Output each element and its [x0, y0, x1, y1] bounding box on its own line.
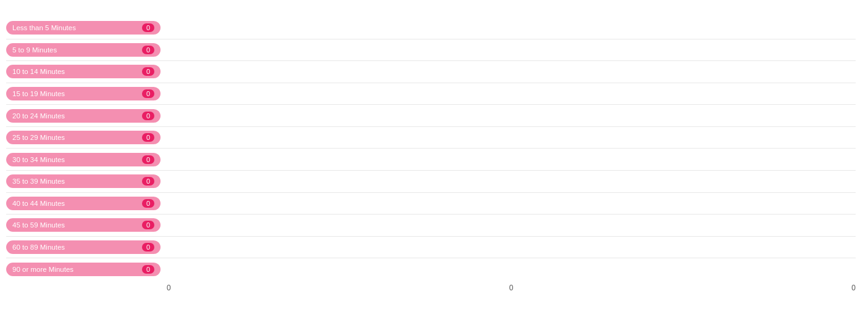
x-tick: 0	[167, 284, 396, 292]
bar-row: Less than 5 Minutes0	[6, 17, 856, 39]
bar-row: 60 to 89 Minutes0	[6, 237, 856, 259]
chart-container: Less than 5 Minutes05 to 9 Minutes010 to…	[0, 0, 868, 323]
bar-track	[167, 172, 856, 191]
bar-row: 10 to 14 Minutes0	[6, 61, 856, 83]
bar-label-container: 45 to 59 Minutes0	[6, 218, 167, 232]
bar-row: 20 to 24 Minutes0	[6, 105, 856, 127]
bar-row: 45 to 59 Minutes0	[6, 215, 856, 237]
bar-label: Less than 5 Minutes0	[6, 21, 161, 35]
bar-label-text: 35 to 39 Minutes	[12, 178, 65, 185]
bar-label: 20 to 24 Minutes0	[6, 109, 161, 123]
bar-track	[167, 106, 856, 125]
bar-row: 30 to 34 Minutes0	[6, 149, 856, 171]
bar-track	[167, 84, 856, 104]
bar-label-container: 40 to 44 Minutes0	[6, 197, 167, 210]
bar-label-value: 0	[142, 265, 154, 274]
bar-track	[167, 150, 856, 169]
bar-label: 40 to 44 Minutes0	[6, 197, 161, 210]
bar-label-container: 35 to 39 Minutes0	[6, 174, 167, 188]
bar-track	[167, 216, 856, 235]
bar-label-container: 15 to 19 Minutes0	[6, 87, 167, 100]
bar-label-value: 0	[142, 199, 154, 208]
x-tick: 0	[626, 284, 856, 292]
bar-label-container: 10 to 14 Minutes0	[6, 65, 167, 78]
bar-track	[167, 18, 856, 38]
chart-area: Less than 5 Minutes05 to 9 Minutes010 to…	[6, 17, 856, 280]
x-tick: 0	[396, 284, 626, 292]
bar-label: 35 to 39 Minutes0	[6, 174, 161, 188]
bar-label-text: 5 to 9 Minutes	[12, 46, 57, 54]
bar-label-text: 30 to 34 Minutes	[12, 156, 65, 163]
bar-label-text: 90 or more Minutes	[12, 266, 73, 273]
bar-label-value: 0	[142, 67, 154, 76]
bar-row: 35 to 39 Minutes0	[6, 171, 856, 193]
bar-label-value: 0	[142, 112, 154, 120]
bar-label-container: Less than 5 Minutes0	[6, 21, 167, 35]
bar-label-container: 20 to 24 Minutes0	[6, 109, 167, 123]
bar-label-value: 0	[142, 221, 154, 229]
bar-label-value: 0	[142, 155, 154, 164]
x-axis: 000	[167, 280, 856, 292]
bar-label-text: 60 to 89 Minutes	[12, 243, 65, 251]
bar-label-container: 25 to 29 Minutes0	[6, 131, 167, 144]
bar-label-text: Less than 5 Minutes	[12, 24, 76, 31]
bar-label: 25 to 29 Minutes0	[6, 131, 161, 144]
bar-track	[167, 128, 856, 147]
bar-label-value: 0	[142, 177, 154, 186]
bar-label: 60 to 89 Minutes0	[6, 240, 161, 254]
bar-label-text: 40 to 44 Minutes	[12, 200, 65, 207]
bar-track	[167, 62, 856, 81]
bar-label-container: 60 to 89 Minutes0	[6, 240, 167, 254]
bar-label-text: 20 to 24 Minutes	[12, 112, 65, 120]
bar-label-value: 0	[142, 243, 154, 251]
bar-label-text: 10 to 14 Minutes	[12, 68, 65, 75]
bar-track	[167, 238, 856, 257]
bar-label: 90 or more Minutes0	[6, 263, 161, 276]
bar-track	[167, 194, 856, 213]
bar-row: 40 to 44 Minutes0	[6, 193, 856, 215]
bar-label-value: 0	[142, 23, 154, 32]
bar-label-text: 45 to 59 Minutes	[12, 221, 65, 229]
bar-label: 10 to 14 Minutes0	[6, 65, 161, 78]
bar-track	[167, 41, 856, 60]
bar-label-value: 0	[142, 46, 154, 54]
bar-track	[167, 260, 856, 279]
bar-label: 15 to 19 Minutes0	[6, 87, 161, 100]
bar-label-container: 30 to 34 Minutes0	[6, 153, 167, 166]
bar-row: 5 to 9 Minutes0	[6, 39, 856, 62]
bar-label-text: 15 to 19 Minutes	[12, 90, 65, 97]
bar-label-container: 90 or more Minutes0	[6, 263, 167, 276]
bar-label: 5 to 9 Minutes0	[6, 43, 161, 57]
bar-label: 45 to 59 Minutes0	[6, 218, 161, 232]
bar-label: 30 to 34 Minutes0	[6, 153, 161, 166]
bar-row: 25 to 29 Minutes0	[6, 127, 856, 149]
bar-label-container: 5 to 9 Minutes0	[6, 43, 167, 57]
bar-label-value: 0	[142, 133, 154, 142]
bar-label-text: 25 to 29 Minutes	[12, 134, 65, 141]
bar-label-value: 0	[142, 89, 154, 98]
bar-row: 90 or more Minutes0	[6, 258, 856, 280]
bar-row: 15 to 19 Minutes0	[6, 83, 856, 105]
